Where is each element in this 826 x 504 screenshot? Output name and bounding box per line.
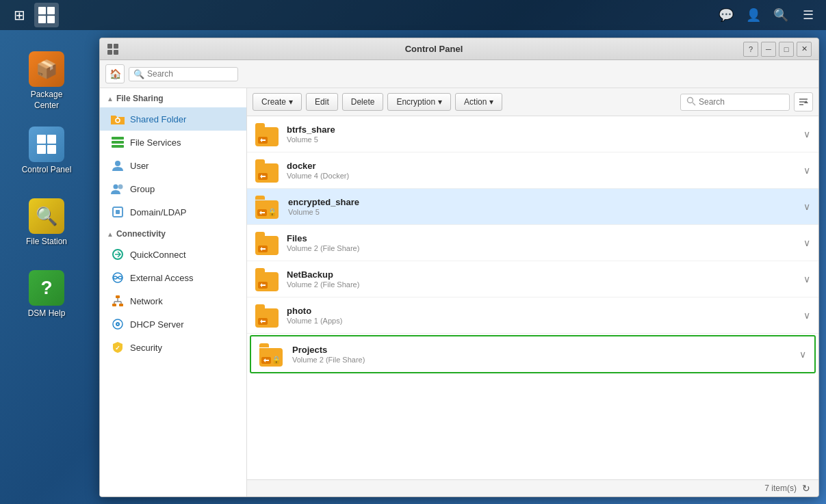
content-search-box[interactable] <box>680 94 790 111</box>
btrfs-expand-icon[interactable]: ∨ <box>803 129 810 140</box>
edit-btn[interactable]: Edit <box>306 93 338 111</box>
share-item-encrypted[interactable]: 🔒 encrypted_share Volume 5 ∨ <box>247 189 818 225</box>
svg-rect-0 <box>38 7 46 14</box>
taskbar-apps: ⊞ <box>7 3 59 27</box>
desktop-dsm-help[interactable]: ? DSM Help <box>19 270 74 319</box>
encryption-btn[interactable]: Encryption ▾ <box>387 93 451 111</box>
files-expand-icon[interactable]: ∨ <box>803 237 810 248</box>
sidebar-search-input[interactable] <box>147 69 233 79</box>
create-label: Create <box>261 97 286 107</box>
netbackup-expand-icon[interactable]: ∨ <box>803 274 810 284</box>
external-access-label: External Access <box>130 273 194 283</box>
sidebar-item-security[interactable]: ✓ Security <box>100 336 246 359</box>
refresh-btn[interactable]: ↻ <box>802 483 810 494</box>
projects-expand-icon[interactable]: ∨ <box>799 349 806 360</box>
share-item-photo[interactable]: photo Volume 1 (Apps) ∨ <box>247 297 818 334</box>
svg-rect-10 <box>107 50 112 55</box>
dsm-help-label: DSM Help <box>28 308 66 319</box>
taskbar-control-panel[interactable] <box>34 3 59 27</box>
item-count: 7 item(s) <box>764 483 797 493</box>
content-panel: Create ▾ Edit Delete Encryption ▾ Action… <box>247 88 818 496</box>
svg-rect-16 <box>112 145 124 148</box>
svg-line-36 <box>693 103 695 105</box>
sidebar-item-quickconnect[interactable]: QuickConnect <box>100 243 246 266</box>
chat-icon[interactable]: 💬 <box>715 4 737 26</box>
delete-btn[interactable]: Delete <box>342 93 384 111</box>
main-area: ▲ File Sharing Shared Folder <box>100 88 818 496</box>
sidebar-search-icon: 🔍 <box>133 69 144 79</box>
svg-text:✓: ✓ <box>115 345 120 352</box>
svg-rect-26 <box>119 304 123 306</box>
share-item-docker[interactable]: docker Volume 4 (Docker) ∨ <box>247 152 818 189</box>
window-controls: ? ─ □ ✕ <box>743 42 812 57</box>
security-icon: ✓ <box>111 341 125 354</box>
home-nav-btn[interactable]: 🏠 <box>105 64 125 83</box>
action-btn[interactable]: Action ▾ <box>455 93 502 111</box>
edit-label: Edit <box>315 97 329 107</box>
share-item-projects[interactable]: 🔒 Projects Volume 2 (File Share) ∨ <box>250 335 816 373</box>
file-sharing-label: File Sharing <box>116 94 164 103</box>
delete-label: Delete <box>351 97 375 107</box>
svg-rect-5 <box>47 135 56 144</box>
sort-btn[interactable] <box>794 92 813 111</box>
create-btn[interactable]: Create ▾ <box>253 93 302 111</box>
content-search-icon <box>686 96 696 108</box>
encrypted-expand-icon[interactable]: ∨ <box>803 201 810 212</box>
security-label: Security <box>130 343 162 353</box>
share-icon-netbackup <box>255 267 280 291</box>
window-maximize-btn[interactable]: □ <box>779 42 794 57</box>
svg-point-18 <box>114 185 118 189</box>
search-taskbar-icon[interactable]: 🔍 <box>770 4 792 26</box>
docker-name: docker <box>287 161 797 171</box>
share-item-netbackup[interactable]: NetBackup Volume 2 (File Share) ∨ <box>247 261 818 297</box>
share-info-btrfs: btrfs_share Volume 5 <box>287 124 797 144</box>
taskbar-grid-icon[interactable]: ⊞ <box>7 3 31 27</box>
photo-name: photo <box>287 306 797 316</box>
shared-folder-icon <box>111 112 125 126</box>
share-info-netbackup: NetBackup Volume 2 (File Share) <box>287 269 797 289</box>
share-icon-btrfs <box>255 122 280 146</box>
sidebar-item-shared-folder[interactable]: Shared Folder <box>100 107 246 131</box>
sidebar-item-network[interactable]: Network <box>100 289 246 313</box>
share-item-btrfs[interactable]: btrfs_share Volume 5 ∨ <box>247 116 818 152</box>
sidebar-item-domain[interactable]: Domain/LDAP <box>100 200 246 224</box>
sidebar-item-external-access[interactable]: External Access <box>100 266 246 289</box>
share-info-encrypted: encrypted_share Volume 5 <box>288 197 797 216</box>
desktop-file-station[interactable]: 🔍 File Station <box>19 198 74 248</box>
projects-vol: Volume 2 (File Share) <box>292 356 792 364</box>
window-help-btn[interactable]: ? <box>743 42 758 57</box>
encrypted-name: encrypted_share <box>288 197 797 207</box>
netbackup-vol: Volume 2 (File Share) <box>287 280 797 289</box>
svg-rect-9 <box>114 44 118 49</box>
svg-rect-6 <box>37 145 46 154</box>
photo-expand-icon[interactable]: ∨ <box>803 310 810 321</box>
file-sharing-chevron: ▲ <box>107 95 114 103</box>
user-icon[interactable]: 👤 <box>743 4 764 26</box>
action-label: Action <box>464 97 487 107</box>
desktop-package-center[interactable]: 📦 Package Center <box>19 51 74 111</box>
photo-vol: Volume 1 (Apps) <box>287 317 797 325</box>
projects-row-wrapper: 🔒 Projects Volume 2 (File Share) ∨ <box>247 335 818 373</box>
svg-rect-1 <box>47 7 55 14</box>
quickconnect-label: QuickConnect <box>130 250 186 260</box>
sidebar-item-file-services[interactable]: File Services <box>100 131 246 154</box>
netbackup-name: NetBackup <box>287 269 797 280</box>
content-toolbar: Create ▾ Edit Delete Encryption ▾ Action… <box>247 88 818 116</box>
svg-rect-7 <box>47 145 56 154</box>
window-minimize-btn[interactable]: ─ <box>761 42 776 57</box>
window-close-btn[interactable]: ✕ <box>797 42 812 57</box>
share-item-files[interactable]: Files Volume 2 (File Share) ∨ <box>247 225 818 261</box>
status-bar: 7 item(s) ↻ <box>247 479 818 496</box>
quickconnect-icon <box>111 248 125 261</box>
sidebar-item-group[interactable]: Group <box>100 177 246 200</box>
menu-icon[interactable]: ☰ <box>797 4 819 26</box>
sidebar-item-dhcp[interactable]: DHCP Server <box>100 313 246 336</box>
network-label: Network <box>130 296 163 306</box>
sidebar-item-user[interactable]: User <box>100 154 246 177</box>
sidebar-search-box[interactable]: 🔍 <box>129 67 238 81</box>
docker-expand-icon[interactable]: ∨ <box>803 165 810 176</box>
content-search-input[interactable] <box>699 97 784 107</box>
desktop-control-panel[interactable]: Control Panel <box>19 127 74 176</box>
action-dropdown-icon: ▾ <box>489 97 493 107</box>
file-services-icon <box>111 135 125 149</box>
